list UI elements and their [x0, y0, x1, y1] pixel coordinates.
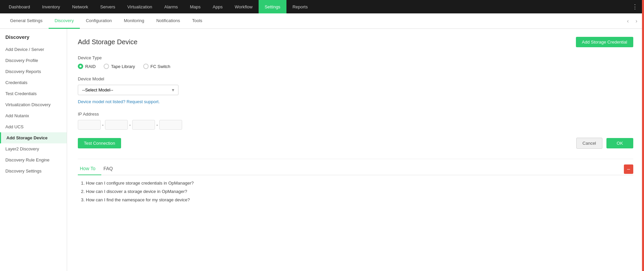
sidebar-item-discovery-rule-engine[interactable]: Discovery Rule Engine	[0, 154, 67, 165]
top-nav: DashboardInventoryNetworkServersVirtuali…	[0, 0, 644, 13]
top-nav-item-alarms[interactable]: Alarms	[158, 0, 184, 13]
sidebar-item-credentials[interactable]: Credentials	[0, 77, 67, 88]
sub-nav: General SettingsDiscoveryConfigurationMo…	[0, 13, 644, 29]
help-item-3[interactable]: How can I find the namespace for my stor…	[86, 197, 633, 202]
sub-nav-item-discovery[interactable]: Discovery	[49, 13, 80, 29]
top-nav-item-network[interactable]: Network	[66, 0, 94, 13]
ip-address-fields: - - -	[78, 120, 633, 130]
radio-label-raid: RAID	[85, 64, 96, 69]
minus-icon: –	[627, 166, 630, 172]
device-type-section: Device Type RAIDTape LibraryFC Switch	[78, 55, 633, 69]
sidebar-item-discovery-profile[interactable]: Discovery Profile	[0, 55, 67, 66]
sub-nav-item-general-settings[interactable]: General Settings	[4, 13, 49, 29]
sub-nav-next[interactable]: ›	[633, 17, 640, 25]
sidebar-item-add-device---server[interactable]: Add Device / Server	[0, 44, 67, 55]
content-header: Add Storage Device Add Storage Credentia…	[78, 37, 633, 47]
help-tab-how-to[interactable]: How To	[78, 163, 101, 175]
cancel-button[interactable]: Cancel	[576, 138, 602, 149]
radio-label-tape-library: Tape Library	[111, 64, 135, 69]
top-nav-item-settings[interactable]: Settings	[259, 0, 286, 13]
ok-button[interactable]: OK	[606, 138, 633, 148]
device-model-not-listed-link[interactable]: Device model not listed? Request support…	[78, 99, 160, 104]
device-type-label: Device Type	[78, 55, 633, 60]
sub-nav-prev[interactable]: ‹	[624, 17, 631, 25]
sidebar-title: Discovery	[0, 34, 67, 44]
radio-option-tape-library[interactable]: Tape Library	[104, 64, 135, 69]
ip-octet-1[interactable]	[78, 120, 101, 130]
top-nav-item-workflow[interactable]: Workflow	[229, 0, 259, 13]
test-connection-button[interactable]: Test Connection	[78, 138, 121, 148]
sidebar-item-add-ucs[interactable]: Add UCS	[0, 121, 67, 132]
help-tab-faq[interactable]: FAQ	[101, 163, 119, 175]
ip-separator-1: -	[102, 122, 104, 128]
page-title: Add Storage Device	[78, 38, 138, 46]
add-storage-credential-button[interactable]: Add Storage Credential	[576, 37, 633, 47]
top-nav-item-reports[interactable]: Reports	[286, 0, 314, 13]
sub-nav-item-configuration[interactable]: Configuration	[80, 13, 118, 29]
help-content: How can I configure storage credentials …	[78, 181, 633, 202]
top-nav-item-apps[interactable]: Apps	[207, 0, 229, 13]
device-model-label: Device Model	[78, 76, 633, 81]
ip-octet-3[interactable]	[132, 120, 155, 130]
sidebar: Discovery Add Device / ServerDiscovery P…	[0, 29, 67, 271]
device-model-select[interactable]: --Select Model--	[78, 85, 178, 95]
sub-nav-item-monitoring[interactable]: Monitoring	[118, 13, 150, 29]
ip-address-label: IP Address	[78, 112, 633, 117]
radio-option-fc-switch[interactable]: FC Switch	[143, 64, 170, 69]
ip-octet-2[interactable]	[105, 120, 128, 130]
radio-circle-tape-library	[104, 64, 109, 69]
sidebar-item-virtualization-discovery[interactable]: Virtualization Discovery	[0, 99, 67, 110]
ip-address-section: IP Address - - -	[78, 112, 633, 130]
help-item-2[interactable]: How can I discover a storage device in O…	[86, 189, 633, 194]
device-model-section: Device Model --Select Model-- ▼ Device m…	[78, 76, 633, 104]
top-nav-item-servers[interactable]: Servers	[94, 0, 121, 13]
radio-circle-raid	[78, 64, 83, 69]
sidebar-item-layer2-discovery[interactable]: Layer2 Discovery	[0, 143, 67, 154]
help-collapse-button[interactable]: –	[624, 164, 633, 174]
radio-label-fc-switch: FC Switch	[151, 64, 170, 69]
top-nav-item-maps[interactable]: Maps	[184, 0, 207, 13]
sidebar-item-add-storage-device[interactable]: Add Storage Device	[0, 132, 67, 143]
sidebar-item-discovery-reports[interactable]: Discovery Reports	[0, 66, 67, 77]
ip-octet-4[interactable]	[159, 120, 182, 130]
sidebar-item-test-credentials[interactable]: Test Credentials	[0, 88, 67, 99]
top-nav-item-inventory[interactable]: Inventory	[36, 0, 66, 13]
more-menu-icon[interactable]: ⋮	[629, 3, 641, 10]
device-model-select-wrap: --Select Model-- ▼	[78, 85, 178, 95]
sub-nav-item-notifications[interactable]: Notifications	[150, 13, 186, 29]
device-type-radio-group: RAIDTape LibraryFC Switch	[78, 64, 633, 69]
ip-separator-2: -	[129, 122, 131, 128]
form-button-row: Test Connection Cancel OK	[78, 138, 633, 149]
help-section: How ToFAQ – How can I configure storage …	[78, 159, 633, 202]
help-tabs: How ToFAQ –	[78, 163, 633, 175]
sidebar-item-discovery-settings[interactable]: Discovery Settings	[0, 165, 67, 177]
content-area: Add Storage Device Add Storage Credentia…	[67, 29, 644, 271]
help-item-1[interactable]: How can I configure storage credentials …	[86, 181, 633, 186]
sub-nav-item-tools[interactable]: Tools	[186, 13, 208, 29]
radio-option-raid[interactable]: RAID	[78, 64, 96, 69]
sidebar-item-add-nutanix[interactable]: Add Nutanix	[0, 110, 67, 121]
scroll-indicator	[642, 0, 644, 271]
radio-circle-fc-switch	[143, 64, 149, 69]
top-nav-item-dashboard[interactable]: Dashboard	[3, 0, 36, 13]
top-nav-item-virtualization[interactable]: Virtualization	[121, 0, 158, 13]
ip-separator-3: -	[156, 122, 158, 128]
main-layout: Discovery Add Device / ServerDiscovery P…	[0, 29, 644, 271]
